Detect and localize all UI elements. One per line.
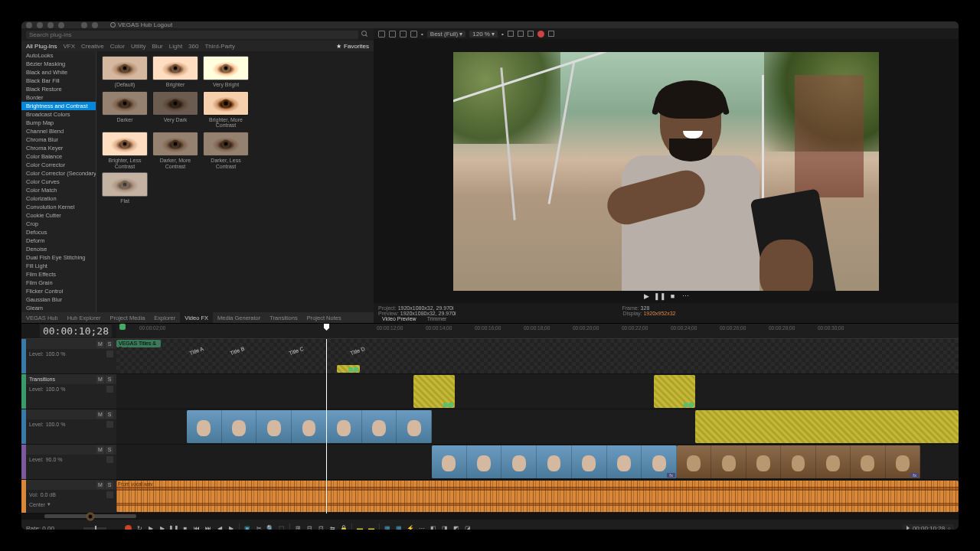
plugin-item[interactable]: Channel Blend (21, 127, 96, 135)
mute-button[interactable]: M (96, 341, 104, 348)
tab-trimmer[interactable]: Trimmer (423, 316, 451, 321)
tool-a[interactable]: ◧ (430, 524, 437, 530)
plugin-item[interactable]: Gleam (21, 304, 96, 312)
track-options-icon[interactable] (106, 386, 113, 393)
settings-icon[interactable] (58, 22, 64, 28)
video-clip[interactable]: Talking intro fx (677, 445, 920, 478)
tab-media-generator[interactable]: Media Generator (213, 312, 265, 323)
timecode-display[interactable]: 00:00:10;28 (40, 324, 112, 337)
preset-item[interactable]: Darker (101, 91, 149, 129)
category-creative[interactable]: Creative (81, 43, 104, 50)
tab-transitions[interactable]: Transitions (265, 312, 302, 323)
play-button[interactable]: ▶ (642, 292, 651, 300)
solo-button[interactable]: S (106, 481, 113, 489)
event-fx-button[interactable]: ▦ (395, 524, 403, 530)
video-clip[interactable]: WE NOW (187, 410, 432, 443)
prev-frame-button[interactable]: ◀ (216, 524, 224, 530)
video-clip[interactable] (695, 410, 959, 443)
preview-zoom-select[interactable]: 120 %▾ (469, 31, 498, 37)
more-button[interactable]: ⋯ (681, 292, 690, 300)
plugin-item[interactable]: Deform (21, 236, 96, 245)
event-pan-button[interactable]: ▦ (384, 524, 391, 530)
pause-button[interactable]: ❚❚ (655, 292, 664, 300)
plugin-item[interactable]: Chroma Keyer (21, 144, 96, 152)
snap-button[interactable]: ⊞ (294, 524, 302, 530)
category-color[interactable]: Color (110, 43, 125, 50)
plugin-item[interactable]: Fill Light (21, 262, 96, 270)
video-clip[interactable]: fx (432, 445, 677, 478)
normal-edit-tool[interactable]: ▣ (243, 524, 251, 530)
preview-device-icon[interactable] (410, 31, 417, 37)
play-start-button[interactable]: ▶ (158, 524, 166, 530)
plugin-item[interactable]: Bézier Masking (21, 60, 96, 68)
plugin-item[interactable]: Cookie Cutter (21, 211, 96, 220)
open-icon[interactable] (37, 22, 43, 28)
redo-icon[interactable] (92, 22, 98, 28)
play-button[interactable]: ▶ (147, 524, 155, 530)
plugin-item[interactable]: Color Balance (21, 152, 96, 161)
undo-icon[interactable] (81, 22, 87, 28)
tool-c[interactable]: ◩ (452, 524, 460, 530)
preset-item[interactable]: (Default) (101, 56, 149, 88)
preset-item[interactable]: Very Dark (152, 91, 199, 129)
snap-marker-button[interactable]: ⊡ (317, 524, 325, 530)
auto-crossfade-button[interactable]: ▬ (356, 524, 364, 530)
plugin-item[interactable]: Brightness and Contrast (21, 102, 96, 110)
preview-fx-icon[interactable] (378, 31, 385, 37)
track-options-icon[interactable] (106, 421, 113, 428)
plugin-item[interactable]: AutoLooks (21, 51, 96, 60)
stop-button[interactable]: ■ (181, 524, 189, 530)
transition-clip[interactable] (654, 375, 695, 408)
track-options-icon[interactable] (106, 350, 113, 357)
marker-icon[interactable] (119, 324, 126, 330)
hub-logout-button[interactable]: VEGAS Hub Logout (110, 21, 172, 28)
category-light[interactable]: Light (169, 43, 182, 50)
next-frame-button[interactable]: ▶ (227, 524, 235, 530)
generate-button[interactable]: ⚡ (407, 524, 414, 530)
plugin-item[interactable]: Black Bar Fill (21, 77, 96, 85)
quantize-button[interactable]: ▬ (368, 524, 375, 530)
solo-button[interactable]: S (106, 376, 113, 383)
auto-ripple-button[interactable]: ⇆ (328, 524, 336, 530)
category-utility[interactable]: Utility (131, 43, 146, 50)
mute-button[interactable]: M (96, 411, 104, 419)
plugin-item[interactable]: Color Curves (21, 178, 96, 186)
category-all-plug-ins[interactable]: All Plug-Ins (26, 43, 57, 50)
preset-item[interactable]: Darker, Less Contrast (202, 132, 250, 169)
tab-video-fx[interactable]: Video FX (180, 312, 213, 323)
track-options-icon[interactable] (106, 456, 113, 463)
menu-icon[interactable] (26, 22, 32, 28)
tool-d[interactable]: ◪ (464, 524, 472, 530)
tab-hub-explorer[interactable]: Hub Explorer (63, 312, 106, 323)
plugin-item[interactable]: Broadcast Colors (21, 110, 96, 119)
plugin-item[interactable]: Color Corrector (21, 161, 96, 169)
plugin-item[interactable]: Gaussian Blur (21, 295, 96, 304)
preset-item[interactable]: Darker, More Contrast (152, 132, 199, 169)
preset-item[interactable]: Very Bright (202, 56, 250, 88)
timeline-ruler[interactable]: 00:00:02;0000:00:12;0000:00:14;0000:00:1… (116, 324, 959, 338)
pause-button[interactable]: ❚❚ (170, 524, 178, 530)
preset-item[interactable]: Flat (101, 172, 149, 204)
plugin-item[interactable]: Convolution Kernel (21, 203, 96, 211)
plugin-item[interactable]: Film Effects (21, 270, 96, 279)
preset-item[interactable]: Brighter, Less Contrast (101, 132, 149, 169)
go-start-button[interactable]: ⏮ (193, 524, 201, 530)
search-input[interactable] (26, 31, 358, 39)
tab-explorer[interactable]: Explorer (149, 312, 180, 323)
category-360[interactable]: 360 (188, 43, 198, 50)
plugin-item[interactable]: Chroma Blur (21, 135, 96, 144)
category-third-party[interactable]: Third-Party (204, 43, 235, 50)
preview-record-icon[interactable] (537, 31, 544, 37)
plugin-item[interactable]: Black Restore (21, 85, 96, 93)
mute-button[interactable]: M (96, 376, 104, 383)
tab-video-preview[interactable]: Video Preview (378, 316, 420, 321)
mute-button[interactable]: M (96, 446, 104, 454)
clip-fx-badge[interactable]: fx (667, 473, 675, 478)
title-clip[interactable]: VEGAS Titles & Text (116, 340, 161, 347)
envelope-tool[interactable]: ⬚ (278, 524, 286, 530)
record-button[interactable] (125, 525, 132, 530)
save-icon[interactable] (47, 22, 54, 28)
plugin-item[interactable]: Border (21, 93, 96, 102)
preset-item[interactable]: Brighter (152, 56, 199, 88)
go-end-button[interactable]: ⏭ (204, 524, 212, 530)
